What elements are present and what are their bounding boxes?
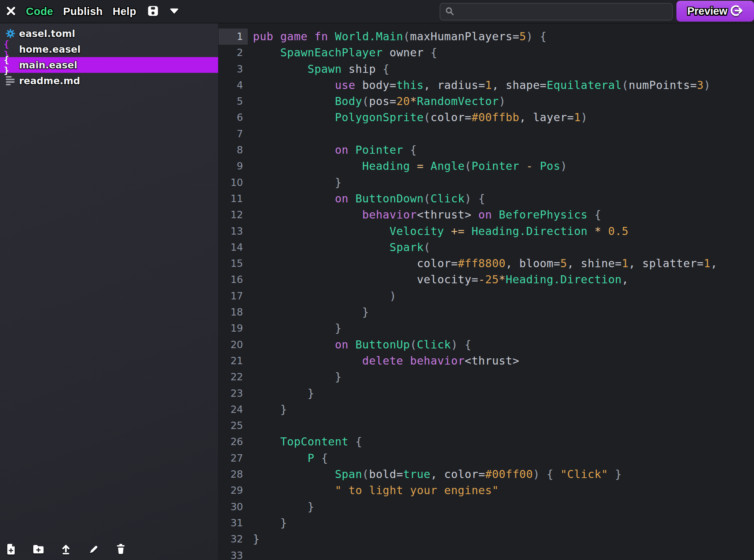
code-editor[interactable]: 1pub game fn World.Main(maxHumanPlayers=… [219, 23, 754, 560]
easel-editor-window: Code Publish Help [0, 0, 754, 560]
line-number: 3 [219, 61, 248, 77]
tab-code-label: Code [26, 5, 53, 18]
upload-icon [60, 543, 72, 556]
code-line[interactable]: 12 behavior<thrust> on BeforePhysics { [219, 207, 754, 223]
code-line[interactable]: 20 on ButtonUp(Click) { [219, 337, 754, 353]
code-line-text: } [248, 515, 287, 531]
code-line[interactable]: 22 } [219, 369, 754, 385]
close-button[interactable] [6, 6, 16, 17]
line-number: 22 [219, 369, 248, 385]
code-line[interactable]: 30 } [219, 499, 754, 515]
code-line[interactable]: 9 Heading = Angle(Pointer - Pos) [219, 158, 754, 174]
code-line-text: SpawnEachPlayer owner { [248, 45, 437, 61]
line-number: 8 [219, 142, 248, 158]
new-file-button[interactable] [5, 543, 17, 556]
chevron-down-icon [169, 8, 179, 15]
code-line[interactable]: 25 [219, 418, 754, 434]
file-name: home.easel [19, 44, 81, 55]
tab-publish-label: Publish [63, 5, 103, 18]
code-line[interactable]: 7 [219, 126, 754, 142]
code-line-text: TopContent { [248, 434, 362, 450]
line-number: 15 [219, 255, 248, 272]
code-line[interactable]: 14 Spark( [219, 239, 754, 255]
code-line[interactable]: 10 } [219, 175, 754, 191]
code-line-text: delete behavior<thrust> [248, 353, 519, 369]
code-line[interactable]: 23 } [219, 385, 754, 402]
code-line-text: ) [248, 288, 396, 304]
code-line-text: } [248, 531, 260, 547]
code-line-text: } [248, 320, 342, 336]
line-number: 27 [219, 450, 248, 466]
code-line[interactable]: 13 Velocity += Heading.Direction * 0.5 [219, 223, 754, 239]
code-line-text: Spark( [248, 239, 430, 255]
line-number: 14 [219, 239, 248, 255]
code-line[interactable]: 15 color=#ff8800, bloom=5, shine=1, spla… [219, 255, 754, 272]
code-line-text: color=#ff8800, bloom=5, shine=1, splatte… [248, 255, 717, 272]
code-line[interactable]: 21 delete behavior<thrust> [219, 353, 754, 369]
line-number: 24 [219, 402, 248, 418]
code-line[interactable]: 32} [219, 531, 754, 547]
code-line[interactable]: 4 use body=this, radius=1, shape=Equilat… [219, 77, 754, 93]
line-number: 12 [219, 207, 248, 223]
code-line-text: use body=this, radius=1, shape=Equilater… [248, 77, 710, 93]
code-line-text: Heading = Angle(Pointer - Pos) [248, 158, 567, 174]
file-row-home-easel[interactable]: { } home.easel [0, 41, 218, 57]
code-line-text: Velocity += Heading.Direction * 0.5 [248, 223, 628, 239]
preview-button[interactable]: Preview [676, 1, 754, 22]
code-line[interactable]: 11 on ButtonDown(Click) { [219, 191, 754, 207]
file-name: main.easel [19, 60, 77, 71]
tab-help-label: Help [113, 5, 137, 18]
code-line[interactable]: 17 ) [219, 288, 754, 304]
code-line[interactable]: 8 on Pointer { [219, 142, 754, 158]
file-row-main-easel[interactable]: { } main.easel [0, 57, 218, 73]
delete-button[interactable] [115, 543, 127, 556]
line-number: 31 [219, 515, 248, 531]
code-line[interactable]: 26 TopContent { [219, 434, 754, 450]
line-number: 7 [219, 126, 248, 142]
line-number: 28 [219, 466, 248, 482]
code-line[interactable]: 33 [219, 548, 754, 560]
code-line[interactable]: 29 " to light your engines" [219, 482, 754, 499]
code-line[interactable]: 31 } [219, 515, 754, 531]
code-line[interactable]: 18 } [219, 304, 754, 320]
search-input[interactable] [458, 6, 657, 17]
line-number: 18 [219, 304, 248, 320]
code-line[interactable]: 6 PolygonSprite(color=#00ffbb, layer=1) [219, 109, 754, 126]
line-number: 17 [219, 288, 248, 304]
code-line-text: " to light your engines" [248, 482, 499, 499]
line-number: 11 [219, 191, 248, 207]
tab-publish[interactable]: Publish [63, 5, 103, 18]
line-number: 32 [219, 531, 248, 547]
code-line[interactable]: 16 velocity=-25*Heading.Direction, [219, 272, 754, 288]
code-line[interactable]: 1pub game fn World.Main(maxHumanPlayers=… [219, 29, 754, 45]
rename-button[interactable] [87, 543, 100, 556]
tab-help[interactable]: Help [113, 5, 137, 18]
save-button[interactable] [146, 4, 160, 19]
tab-code[interactable]: Code [26, 5, 53, 18]
launch-preview-icon [731, 4, 743, 18]
code-line[interactable]: 2 SpawnEachPlayer owner { [219, 45, 754, 61]
code-line[interactable]: 28 Span(bold=true, color=#00ff00) { "Cli… [219, 466, 754, 482]
code-line-text: } [248, 402, 287, 418]
code-line[interactable]: 3 Spawn ship { [219, 61, 754, 77]
code-line-text: Body(pos=20*RandomVector) [248, 93, 506, 109]
new-folder-button[interactable] [32, 543, 45, 556]
line-number: 26 [219, 434, 248, 450]
line-number: 10 [219, 175, 248, 191]
line-number: 4 [219, 77, 248, 93]
file-row-readme-md[interactable]: readme.md [0, 73, 218, 89]
line-number: 13 [219, 223, 248, 239]
code-line[interactable]: 5 Body(pos=20*RandomVector) [219, 93, 754, 109]
code-line[interactable]: 19 } [219, 320, 754, 336]
code-line[interactable]: 24 } [219, 402, 754, 418]
line-number: 16 [219, 272, 248, 288]
code-line-text [248, 126, 253, 142]
save-dropdown-button[interactable] [169, 8, 179, 15]
close-icon [6, 6, 16, 17]
file-row-easel-toml[interactable]: easel.toml [0, 26, 218, 41]
topbar: Code Publish Help [0, 0, 754, 23]
line-number: 23 [219, 385, 248, 402]
upload-button[interactable] [60, 543, 72, 556]
code-line[interactable]: 27 P { [219, 450, 754, 466]
gear-icon [4, 29, 17, 38]
